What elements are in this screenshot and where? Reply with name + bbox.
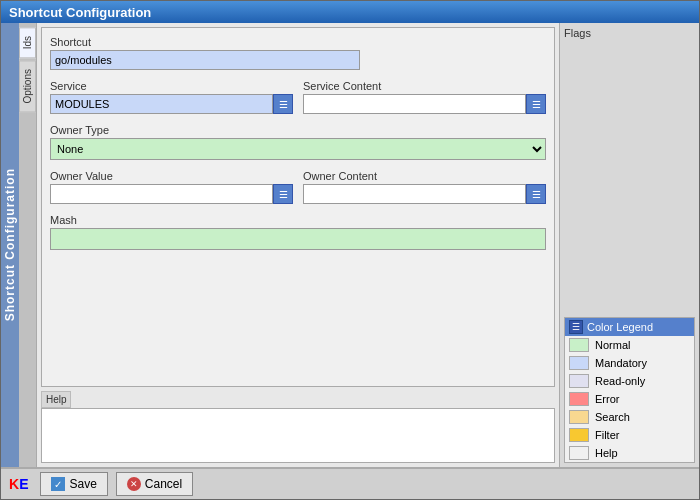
- legend-item-error: Error: [565, 390, 694, 408]
- color-legend: ☰ Color Legend Normal Mandatory Read-onl…: [564, 317, 695, 463]
- service-content-field-wrap: ☰: [303, 94, 546, 114]
- shortcut-field-group: Shortcut: [50, 36, 546, 70]
- ids-tab-panel: Shortcut Service ☰ Service Content: [41, 27, 555, 387]
- shortcut-config-window: Shortcut Configuration Shortcut Configur…: [0, 0, 700, 500]
- ke-k-letter: K: [9, 476, 19, 492]
- owner-content-label: Owner Content: [303, 170, 546, 182]
- legend-label-readonly: Read-only: [595, 375, 645, 387]
- owner-value-col: Owner Value ☰: [50, 170, 293, 204]
- cancel-label: Cancel: [145, 477, 182, 491]
- sidebar-item-ids[interactable]: Ids: [19, 27, 36, 58]
- main-content: Shortcut Service ☰ Service Content: [37, 23, 559, 467]
- vertical-label: Shortcut Configuration: [3, 168, 17, 321]
- sidebar-item-options[interactable]: Options: [19, 60, 36, 112]
- service-field-wrap: ☰: [50, 94, 293, 114]
- shortcut-label: Shortcut: [50, 36, 546, 48]
- legend-item-help: Help: [565, 444, 694, 462]
- owner-type-wrap: None User Group Role: [50, 138, 546, 160]
- shortcut-input[interactable]: [50, 50, 360, 70]
- save-label: Save: [69, 477, 96, 491]
- owner-type-select[interactable]: None User Group Role: [50, 138, 546, 160]
- window-title: Shortcut Configuration: [9, 5, 151, 20]
- legend-color-filter: [569, 428, 589, 442]
- footer: KE ✓ Save ✕ Cancel: [1, 467, 699, 499]
- service-browse-btn[interactable]: ☰: [273, 94, 293, 114]
- service-col: Service ☰: [50, 80, 293, 114]
- help-content-area: [41, 408, 555, 463]
- cancel-icon: ✕: [127, 477, 141, 491]
- owner-value-input[interactable]: [50, 184, 273, 204]
- legend-color-mandatory: [569, 356, 589, 370]
- cancel-button[interactable]: ✕ Cancel: [116, 472, 193, 496]
- owner-row: Owner Value ☰ Owner Content ☰: [50, 170, 546, 204]
- service-content-label: Service Content: [303, 80, 546, 92]
- legend-item-filter: Filter: [565, 426, 694, 444]
- legend-color-normal: [569, 338, 589, 352]
- legend-label-normal: Normal: [595, 339, 630, 351]
- legend-label-help: Help: [595, 447, 618, 459]
- legend-label-mandatory: Mandatory: [595, 357, 647, 369]
- owner-value-browse-btn[interactable]: ☰: [273, 184, 293, 204]
- owner-content-field-wrap: ☰: [303, 184, 546, 204]
- legend-label-error: Error: [595, 393, 619, 405]
- flags-panel: Flags ☰ Color Legend Normal Mandatory R: [559, 23, 699, 467]
- legend-color-help: [569, 446, 589, 460]
- mash-field-group: Mash: [50, 214, 546, 250]
- legend-header: ☰ Color Legend: [565, 318, 694, 336]
- ke-badge: KE: [9, 476, 28, 492]
- side-tabs: Ids Options: [19, 23, 37, 467]
- legend-header-icon: ☰: [569, 320, 583, 334]
- legend-item-mandatory: Mandatory: [565, 354, 694, 372]
- mash-input[interactable]: [50, 228, 546, 250]
- owner-type-field-group: Owner Type None User Group Role: [50, 124, 546, 160]
- service-content-browse-btn[interactable]: ☰: [526, 94, 546, 114]
- service-label: Service: [50, 80, 293, 92]
- save-icon: ✓: [51, 477, 65, 491]
- legend-color-readonly: [569, 374, 589, 388]
- legend-item-readonly: Read-only: [565, 372, 694, 390]
- service-content-input[interactable]: [303, 94, 526, 114]
- service-row: Service ☰ Service Content ☰: [50, 80, 546, 114]
- owner-content-col: Owner Content ☰: [303, 170, 546, 204]
- owner-content-browse-btn[interactable]: ☰: [526, 184, 546, 204]
- save-button[interactable]: ✓ Save: [40, 472, 107, 496]
- owner-content-input[interactable]: [303, 184, 526, 204]
- help-tab[interactable]: Help: [41, 391, 71, 408]
- owner-value-label: Owner Value: [50, 170, 293, 182]
- vertical-label-area: Shortcut Configuration: [1, 23, 19, 467]
- ke-e-letter: E: [19, 476, 28, 492]
- legend-label-search: Search: [595, 411, 630, 423]
- flags-title: Flags: [564, 27, 695, 39]
- owner-type-label: Owner Type: [50, 124, 546, 136]
- title-bar: Shortcut Configuration: [1, 1, 699, 23]
- legend-color-error: [569, 392, 589, 406]
- service-content-col: Service Content ☰: [303, 80, 546, 114]
- mash-label: Mash: [50, 214, 546, 226]
- legend-color-search: [569, 410, 589, 424]
- owner-value-field-wrap: ☰: [50, 184, 293, 204]
- legend-item-search: Search: [565, 408, 694, 426]
- service-input[interactable]: [50, 94, 273, 114]
- legend-title: Color Legend: [587, 321, 653, 333]
- legend-item-normal: Normal: [565, 336, 694, 354]
- legend-label-filter: Filter: [595, 429, 619, 441]
- help-area-wrap: Help: [41, 391, 555, 463]
